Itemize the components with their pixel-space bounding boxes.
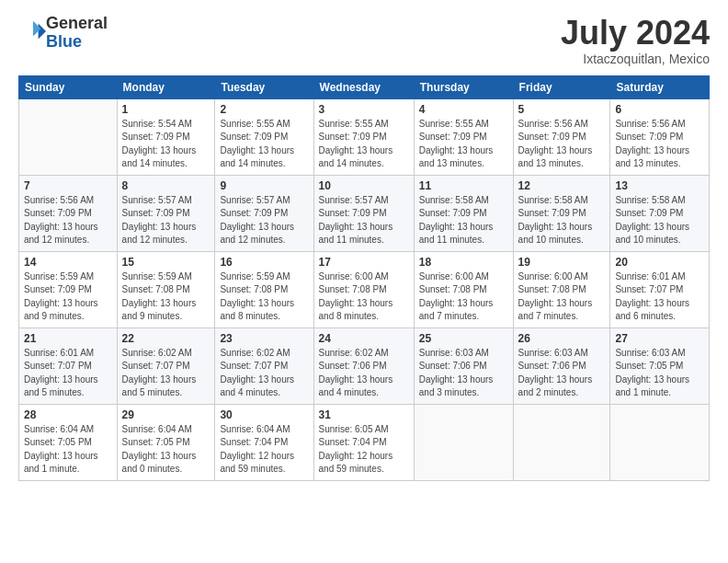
day-info: Sunrise: 6:03 AM Sunset: 7:05 PM Dayligh…: [615, 347, 704, 400]
calendar-day-cell: 10Sunrise: 5:57 AM Sunset: 7:09 PM Dayli…: [313, 175, 414, 251]
day-info: Sunrise: 6:02 AM Sunset: 7:07 PM Dayligh…: [220, 347, 308, 400]
day-info: Sunrise: 5:59 AM Sunset: 7:09 PM Dayligh…: [24, 270, 112, 324]
calendar-day-cell: 31Sunrise: 6:05 AM Sunset: 7:04 PM Dayli…: [313, 404, 414, 480]
day-number: 21: [24, 332, 112, 345]
calendar-day-cell: 11Sunrise: 5:58 AM Sunset: 7:09 PM Dayli…: [414, 175, 513, 251]
header: General Blue July 2024 Ixtaczoquitlan, M…: [18, 15, 710, 66]
day-number: 7: [24, 179, 112, 192]
day-info: Sunrise: 5:58 AM Sunset: 7:09 PM Dayligh…: [615, 194, 704, 247]
day-info: Sunrise: 6:02 AM Sunset: 7:07 PM Dayligh…: [122, 347, 210, 400]
calendar-day-cell: 6Sunrise: 5:56 AM Sunset: 7:09 PM Daylig…: [610, 98, 710, 175]
day-number: 24: [319, 332, 409, 345]
day-info: Sunrise: 5:57 AM Sunset: 7:09 PM Dayligh…: [122, 194, 210, 247]
day-info: Sunrise: 6:00 AM Sunset: 7:08 PM Dayligh…: [419, 270, 508, 324]
calendar-day-cell: 3Sunrise: 5:55 AM Sunset: 7:09 PM Daylig…: [313, 98, 414, 175]
calendar-week-row: 14Sunrise: 5:59 AM Sunset: 7:09 PM Dayli…: [19, 251, 710, 327]
day-number: 6: [615, 103, 704, 116]
logo-blue: Blue: [46, 32, 82, 51]
day-info: Sunrise: 5:56 AM Sunset: 7:09 PM Dayligh…: [24, 194, 112, 247]
calendar-day-cell: 14Sunrise: 5:59 AM Sunset: 7:09 PM Dayli…: [19, 251, 118, 327]
day-info: Sunrise: 6:03 AM Sunset: 7:06 PM Dayligh…: [419, 347, 508, 400]
day-number: 12: [518, 179, 606, 192]
day-number: 20: [615, 256, 704, 269]
day-info: Sunrise: 5:55 AM Sunset: 7:09 PM Dayligh…: [220, 118, 308, 171]
calendar-weekday-header: Thursday: [414, 75, 513, 98]
calendar-day-cell: 5Sunrise: 5:56 AM Sunset: 7:09 PM Daylig…: [513, 98, 610, 175]
calendar-week-row: 28Sunrise: 6:04 AM Sunset: 7:05 PM Dayli…: [19, 404, 710, 480]
day-number: 23: [220, 332, 308, 345]
calendar-day-cell: 25Sunrise: 6:03 AM Sunset: 7:06 PM Dayli…: [414, 327, 513, 404]
calendar-day-cell: 26Sunrise: 6:03 AM Sunset: 7:06 PM Dayli…: [513, 327, 610, 404]
calendar-weekday-header: Wednesday: [313, 75, 414, 98]
calendar-day-cell: 1Sunrise: 5:54 AM Sunset: 7:09 PM Daylig…: [117, 98, 215, 175]
calendar-day-cell: 15Sunrise: 5:59 AM Sunset: 7:08 PM Dayli…: [117, 251, 215, 327]
calendar-day-cell: 2Sunrise: 5:55 AM Sunset: 7:09 PM Daylig…: [215, 98, 313, 175]
day-info: Sunrise: 5:56 AM Sunset: 7:09 PM Dayligh…: [518, 118, 606, 171]
calendar-day-cell: 28Sunrise: 6:04 AM Sunset: 7:05 PM Dayli…: [19, 404, 118, 480]
day-number: 5: [518, 103, 606, 116]
day-number: 18: [419, 256, 508, 269]
calendar-weekday-header: Saturday: [610, 75, 710, 98]
day-info: Sunrise: 5:57 AM Sunset: 7:09 PM Dayligh…: [220, 194, 308, 247]
day-number: 2: [220, 103, 308, 116]
calendar-title: July 2024: [561, 15, 710, 52]
day-number: 14: [24, 256, 112, 269]
day-number: 17: [319, 256, 409, 269]
day-info: Sunrise: 5:59 AM Sunset: 7:08 PM Dayligh…: [220, 270, 308, 324]
calendar-table: SundayMondayTuesdayWednesdayThursdayFrid…: [18, 75, 710, 481]
calendar-day-cell: 30Sunrise: 6:04 AM Sunset: 7:04 PM Dayli…: [215, 404, 313, 480]
day-info: Sunrise: 5:55 AM Sunset: 7:09 PM Dayligh…: [419, 118, 508, 171]
day-number: 1: [122, 103, 210, 116]
logo: General Blue: [18, 15, 108, 52]
day-info: Sunrise: 6:04 AM Sunset: 7:05 PM Dayligh…: [24, 423, 112, 477]
day-info: Sunrise: 5:58 AM Sunset: 7:09 PM Dayligh…: [419, 194, 508, 247]
day-number: 10: [319, 179, 409, 192]
calendar-day-cell: 27Sunrise: 6:03 AM Sunset: 7:05 PM Dayli…: [610, 327, 710, 404]
calendar-subtitle: Ixtaczoquitlan, Mexico: [561, 52, 710, 66]
day-number: 16: [220, 256, 308, 269]
calendar-day-cell: 23Sunrise: 6:02 AM Sunset: 7:07 PM Dayli…: [215, 327, 313, 404]
calendar-day-cell: [414, 404, 513, 480]
day-number: 19: [518, 256, 606, 269]
day-info: Sunrise: 5:55 AM Sunset: 7:09 PM Dayligh…: [319, 118, 409, 171]
calendar-day-cell: 4Sunrise: 5:55 AM Sunset: 7:09 PM Daylig…: [414, 98, 513, 175]
calendar-day-cell: 17Sunrise: 6:00 AM Sunset: 7:08 PM Dayli…: [313, 251, 414, 327]
day-info: Sunrise: 5:57 AM Sunset: 7:09 PM Dayligh…: [319, 194, 409, 247]
logo-general: General: [46, 14, 108, 32]
logo-text: General Blue: [46, 15, 108, 52]
day-number: 22: [122, 332, 210, 345]
calendar-weekday-header: Friday: [513, 75, 610, 98]
day-info: Sunrise: 5:58 AM Sunset: 7:09 PM Dayligh…: [518, 194, 606, 247]
calendar-day-cell: 8Sunrise: 5:57 AM Sunset: 7:09 PM Daylig…: [117, 175, 215, 251]
calendar-header-row: SundayMondayTuesdayWednesdayThursdayFrid…: [19, 75, 710, 98]
calendar-week-row: 1Sunrise: 5:54 AM Sunset: 7:09 PM Daylig…: [19, 98, 710, 175]
calendar-day-cell: 13Sunrise: 5:58 AM Sunset: 7:09 PM Dayli…: [610, 175, 710, 251]
calendar-day-cell: 21Sunrise: 6:01 AM Sunset: 7:07 PM Dayli…: [19, 327, 118, 404]
day-number: 25: [419, 332, 508, 345]
calendar-weekday-header: Tuesday: [215, 75, 313, 98]
calendar-weekday-header: Sunday: [19, 75, 118, 98]
calendar-day-cell: 9Sunrise: 5:57 AM Sunset: 7:09 PM Daylig…: [215, 175, 313, 251]
day-number: 3: [319, 103, 409, 116]
logo-icon: [20, 18, 46, 44]
day-info: Sunrise: 6:00 AM Sunset: 7:08 PM Dayligh…: [319, 270, 409, 324]
day-info: Sunrise: 6:02 AM Sunset: 7:06 PM Dayligh…: [319, 347, 409, 400]
day-number: 28: [24, 408, 112, 421]
calendar-day-cell: [19, 98, 118, 175]
day-info: Sunrise: 6:00 AM Sunset: 7:08 PM Dayligh…: [518, 270, 606, 324]
title-block: July 2024 Ixtaczoquitlan, Mexico: [561, 15, 710, 66]
calendar-weekday-header: Monday: [117, 75, 215, 98]
day-number: 4: [419, 103, 508, 116]
day-info: Sunrise: 6:01 AM Sunset: 7:07 PM Dayligh…: [615, 270, 704, 324]
calendar-day-cell: 12Sunrise: 5:58 AM Sunset: 7:09 PM Dayli…: [513, 175, 610, 251]
day-number: 26: [518, 332, 606, 345]
calendar-day-cell: 29Sunrise: 6:04 AM Sunset: 7:05 PM Dayli…: [117, 404, 215, 480]
calendar-week-row: 21Sunrise: 6:01 AM Sunset: 7:07 PM Dayli…: [19, 327, 710, 404]
calendar-day-cell: [610, 404, 710, 480]
day-info: Sunrise: 5:59 AM Sunset: 7:08 PM Dayligh…: [122, 270, 210, 324]
day-info: Sunrise: 6:04 AM Sunset: 7:04 PM Dayligh…: [220, 423, 308, 477]
calendar-day-cell: 24Sunrise: 6:02 AM Sunset: 7:06 PM Dayli…: [313, 327, 414, 404]
calendar-day-cell: 7Sunrise: 5:56 AM Sunset: 7:09 PM Daylig…: [19, 175, 118, 251]
day-number: 11: [419, 179, 508, 192]
calendar-day-cell: 22Sunrise: 6:02 AM Sunset: 7:07 PM Dayli…: [117, 327, 215, 404]
